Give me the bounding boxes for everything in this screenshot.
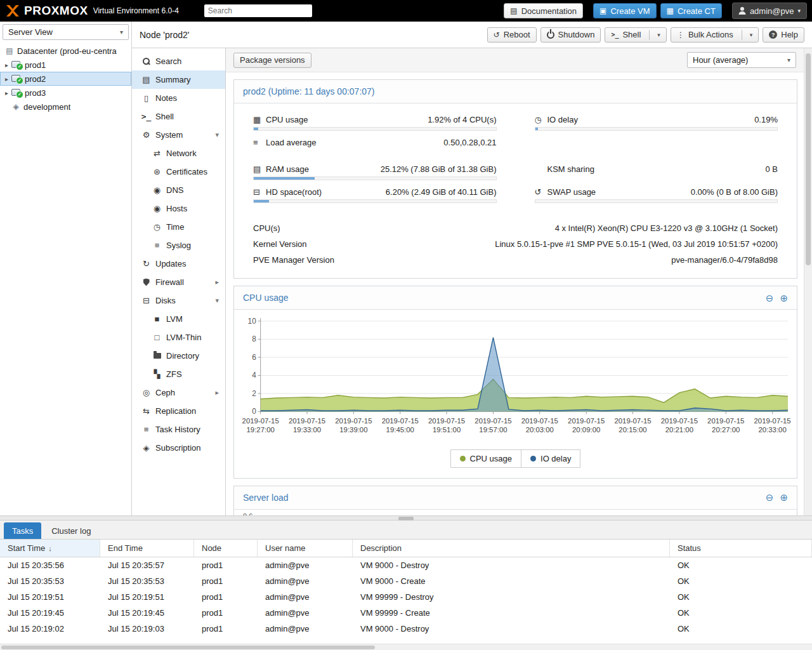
menu-item-lvm[interactable]: ■LVM xyxy=(132,310,225,328)
task-row[interactable]: Jul 15 20:19:51Jul 15 20:19:51prod1admin… xyxy=(0,589,812,605)
help-button[interactable]: ? Help xyxy=(763,27,804,43)
column-header-end-time[interactable]: End Time xyxy=(100,540,194,557)
menu-item-search[interactable]: Search xyxy=(132,52,225,70)
tree-item-prod1[interactable]: ▸prod1 xyxy=(0,58,131,72)
menu-item-summary[interactable]: ▤Summary xyxy=(132,70,225,89)
horizontal-scrollbar-thumb[interactable] xyxy=(1,646,375,649)
global-search-input[interactable] xyxy=(204,4,312,17)
column-header-user-name[interactable]: User name xyxy=(258,540,353,557)
caret-down-icon[interactable]: ▾ xyxy=(750,32,753,38)
submenu-caret-down-icon[interactable]: ▾ xyxy=(215,296,219,305)
stat-label: HD space(root) xyxy=(266,187,322,197)
caret-down-icon: ▾ xyxy=(120,29,123,36)
vertical-scrollbar-thumb[interactable] xyxy=(806,53,811,265)
svg-text:2019-07-15: 2019-07-15 xyxy=(242,417,279,425)
stat-value: 6.20% (2.49 GiB of 40.11 GiB) xyxy=(386,187,497,197)
menu-item-system[interactable]: ⚙System▾ xyxy=(132,126,225,144)
maximize-panel-icon[interactable]: ⊕ xyxy=(780,493,788,502)
submenu-caret-right-icon[interactable]: ▸ xyxy=(215,278,219,286)
menu-item-ceph[interactable]: ◎Ceph▸ xyxy=(132,383,225,402)
create-ct-button[interactable]: ▦ Create CT xyxy=(660,3,722,18)
task-row[interactable]: Jul 15 20:35:53Jul 15 20:35:53prod1admin… xyxy=(0,573,812,589)
user-menu-button[interactable]: admin@pve ▾ xyxy=(732,3,807,19)
menu-item-notes[interactable]: ▯Notes xyxy=(132,89,225,107)
book-icon: ▤ xyxy=(510,7,517,15)
tree-expand-icon[interactable]: ▸ xyxy=(3,76,11,83)
package-versions-button[interactable]: Package versions xyxy=(233,53,311,68)
stat-value: 0.19% xyxy=(754,115,778,124)
vertical-scrollbar[interactable] xyxy=(804,48,812,515)
maximize-panel-icon[interactable]: ⊕ xyxy=(780,293,788,303)
menu-item-directory[interactable]: Directory xyxy=(132,347,225,365)
tab-tasks[interactable]: Tasks xyxy=(4,522,41,539)
button-divider xyxy=(742,30,742,40)
tab-cluster-log[interactable]: Cluster log xyxy=(43,522,99,539)
menu-item-zfs[interactable]: ▚ZFS xyxy=(132,365,225,383)
menu-item-disks[interactable]: ⊟Disks▾ xyxy=(132,291,225,310)
menu-item-subscription[interactable]: ◈Subscription xyxy=(132,439,225,457)
bulk-actions-button[interactable]: ⋮ Bulk Actions ▾ xyxy=(671,27,759,43)
column-header-description[interactable]: Description xyxy=(353,540,670,557)
collapse-panel-icon[interactable]: ⊖ xyxy=(766,493,774,502)
menu-item-syslog[interactable]: ≡Syslog xyxy=(132,236,225,255)
dns-icon: ◉ xyxy=(152,185,162,195)
column-header-start-time[interactable]: Start Time↓ xyxy=(0,540,100,557)
task-row[interactable]: Jul 15 20:19:45Jul 15 20:19:45prod1admin… xyxy=(0,605,812,621)
tree-expand-icon[interactable]: ▸ xyxy=(3,62,11,69)
svg-text:2019-07-15: 2019-07-15 xyxy=(568,417,605,425)
menu-item-label: Subscription xyxy=(155,443,201,453)
stat-value: 0.00% (0 B of 8.00 GiB) xyxy=(691,187,778,197)
create-vm-button[interactable]: ▣ Create VM xyxy=(593,3,656,18)
tree-item-prod2[interactable]: ▸prod2 xyxy=(0,72,131,86)
legend-label: CPU usage xyxy=(470,454,512,463)
menu-item-task-history[interactable]: ≡Task History xyxy=(132,420,225,439)
tree-item-prod3[interactable]: ▸prod3 xyxy=(0,86,131,100)
cpu-usage-panel: CPU usage ⊖ ⊕ 02468102019-07-1519:27:002… xyxy=(233,286,797,479)
task-row[interactable]: Jul 15 20:35:56Jul 15 20:35:57prod1admin… xyxy=(0,557,812,573)
column-header-label: Node xyxy=(202,543,221,553)
header-actions: ▤ Documentation ▣ Create VM ▦ Create CT … xyxy=(504,3,807,19)
column-header-label: End Time xyxy=(108,543,143,553)
legend-item-io-delay[interactable]: IO delay xyxy=(521,449,580,468)
shutdown-button[interactable]: Shutdown xyxy=(540,27,601,43)
documentation-button[interactable]: ▤ Documentation xyxy=(504,3,583,18)
menu-item-hosts[interactable]: ◉Hosts xyxy=(132,199,225,218)
info-cpu-s: CPU(s)4 x Intel(R) Xeon(R) CPU E3-1220 v… xyxy=(253,220,778,236)
menu-item-firewall[interactable]: Firewall▸ xyxy=(132,273,225,291)
menu-item-lvm-thin[interactable]: □LVM-Thin xyxy=(132,328,225,347)
submenu-caret-down-icon[interactable]: ▾ xyxy=(215,131,219,139)
tree-expand-icon[interactable]: ▸ xyxy=(3,90,11,96)
bulk-actions-label: Bulk Actions xyxy=(688,30,733,39)
tree-item-datacenter-prod-eu-centra[interactable]: ▤Datacenter (prod-eu-centra xyxy=(0,44,131,58)
node-title: Node 'prod2' xyxy=(140,30,190,40)
view-selector[interactable]: Server View ▾ xyxy=(3,24,129,40)
menu-item-certificates[interactable]: ⊛Certificates xyxy=(132,162,225,181)
shell-button[interactable]: >_ Shell ▾ xyxy=(605,27,667,43)
submenu-caret-right-icon[interactable]: ▸ xyxy=(215,388,219,397)
menu-item-network[interactable]: ⇄Network xyxy=(132,144,225,162)
menu-item-updates[interactable]: ↻Updates xyxy=(132,255,225,273)
legend-item-cpu-usage[interactable]: CPU usage xyxy=(450,449,521,468)
reboot-button[interactable]: ↺ Reboot xyxy=(487,27,537,43)
stat-label: Load average xyxy=(266,138,317,147)
menu-item-label: Disks xyxy=(155,296,176,305)
panel-splitter[interactable] xyxy=(0,515,812,521)
tree-item-development[interactable]: ◈development xyxy=(0,100,131,114)
menu-item-dns[interactable]: ◉DNS xyxy=(132,181,225,199)
menu-item-shell[interactable]: >_Shell xyxy=(132,107,225,126)
time-icon: ◷ xyxy=(152,222,162,232)
task-row[interactable]: Jul 15 20:19:02Jul 15 20:19:03prod1admin… xyxy=(0,621,812,637)
info-label: Kernel Version xyxy=(253,239,307,249)
menu-item-replication[interactable]: ⇆Replication xyxy=(132,402,225,420)
svg-text:19:57:00: 19:57:00 xyxy=(479,426,507,434)
collapse-panel-icon[interactable]: ⊖ xyxy=(766,293,774,303)
help-label: Help xyxy=(781,30,798,39)
stat-spacer xyxy=(535,138,778,147)
caret-down-icon[interactable]: ▾ xyxy=(657,32,660,38)
time-range-select[interactable]: Hour (average) ▾ xyxy=(687,52,796,68)
horizontal-scrollbar[interactable] xyxy=(0,644,812,650)
menu-item-time[interactable]: ◷Time xyxy=(132,218,225,236)
menu-item-label: LVM-Thin xyxy=(166,333,201,342)
column-header-status[interactable]: Status xyxy=(670,540,812,557)
column-header-node[interactable]: Node xyxy=(194,540,258,557)
